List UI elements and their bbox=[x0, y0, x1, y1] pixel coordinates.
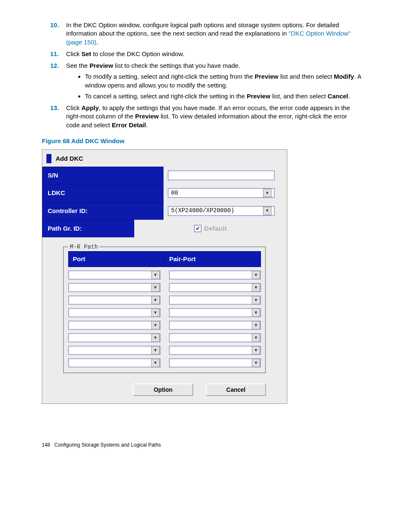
port-select-4[interactable]: ▼ bbox=[68, 308, 161, 317]
chevron-down-icon: ▼ bbox=[263, 189, 271, 197]
option-button[interactable]: Option bbox=[133, 383, 193, 396]
add-dkc-dialog: Add DKC S/N LDKC 00 ▼ Controller ID: 5(X… bbox=[42, 149, 287, 404]
controller-row: Controller ID: 5(XP24000/XP20000) ▼ bbox=[42, 202, 287, 220]
port-select-6[interactable]: ▼ bbox=[68, 333, 161, 342]
chevron-down-icon: ▼ bbox=[252, 334, 260, 342]
pair-port-header: Pair-Port bbox=[165, 251, 261, 267]
sn-row: S/N bbox=[42, 167, 287, 184]
chevron-down-icon: ▼ bbox=[151, 271, 160, 279]
port-select-3[interactable]: ▼ bbox=[68, 296, 161, 305]
step-number: 12. bbox=[50, 62, 59, 70]
pair-port-select-2[interactable]: ▼ bbox=[169, 283, 261, 292]
port-select-2[interactable]: ▼ bbox=[68, 283, 161, 292]
port-row: ▼▼ bbox=[68, 321, 261, 330]
pair-port-select-4[interactable]: ▼ bbox=[169, 308, 261, 317]
sn-input[interactable] bbox=[168, 170, 275, 180]
mr-path-legend: M-R Path bbox=[68, 243, 100, 251]
step-10: 10. In the DKC Option window, configure … bbox=[42, 21, 361, 46]
step-number: 13. bbox=[50, 104, 59, 112]
chevron-down-icon: ▼ bbox=[151, 321, 160, 329]
ldkc-select[interactable]: 00 ▼ bbox=[168, 188, 275, 198]
dialog-title: Add DKC bbox=[56, 154, 83, 163]
cancel-button[interactable]: Cancel bbox=[206, 383, 266, 396]
chevron-down-icon: ▼ bbox=[252, 321, 260, 329]
sn-label: S/N bbox=[42, 167, 164, 184]
step-number: 11. bbox=[50, 50, 59, 58]
port-row: ▼▼ bbox=[68, 296, 261, 305]
chevron-down-icon: ▼ bbox=[252, 271, 260, 279]
pair-port-select-5[interactable]: ▼ bbox=[169, 321, 261, 330]
figure-caption: Figure 68 Add DKC Window bbox=[42, 137, 361, 145]
step-13: 13. Click Apply, to apply the settings t… bbox=[42, 104, 361, 129]
controller-value: 5(XP24000/XP20000) bbox=[171, 207, 234, 215]
step-list: 10. In the DKC Option window, configure … bbox=[42, 21, 361, 129]
port-row: ▼▼ bbox=[68, 283, 261, 292]
chevron-down-icon: ▼ bbox=[151, 296, 160, 304]
port-header: Port bbox=[68, 251, 165, 267]
controller-select[interactable]: 5(XP24000/XP20000) ▼ bbox=[168, 206, 275, 216]
mr-header: Port Pair-Port bbox=[68, 251, 261, 267]
page-footer: 148 Configuring Storage Systems and Logi… bbox=[42, 442, 361, 448]
port-row: ▼▼ bbox=[68, 308, 261, 317]
port-select-7[interactable]: ▼ bbox=[68, 346, 161, 355]
port-row: ▼▼ bbox=[68, 333, 261, 342]
chevron-down-icon: ▼ bbox=[252, 283, 260, 292]
mr-path-fieldset: M-R Path Port Pair-Port ▼▼ ▼▼ ▼▼ ▼▼ ▼▼ ▼… bbox=[63, 243, 266, 373]
chevron-down-icon: ▼ bbox=[252, 359, 260, 367]
chevron-down-icon: ▼ bbox=[151, 346, 160, 355]
bullet-modify: To modify a setting, select and right-cl… bbox=[85, 72, 361, 90]
ldkc-row: LDKC 00 ▼ bbox=[42, 184, 287, 202]
port-select-1[interactable]: ▼ bbox=[68, 270, 161, 280]
pathgr-row: Path Gr. ID: ✔ Default bbox=[42, 220, 287, 237]
step-11: 11. Click Set to close the DKC Option wi… bbox=[42, 50, 361, 58]
default-checkbox[interactable]: ✔ bbox=[194, 225, 202, 232]
chevron-down-icon: ▼ bbox=[151, 334, 160, 342]
pair-port-select-7[interactable]: ▼ bbox=[169, 346, 261, 355]
pair-port-select-1[interactable]: ▼ bbox=[169, 270, 261, 280]
ldkc-label: LDKC bbox=[42, 184, 164, 202]
chevron-down-icon: ▼ bbox=[151, 283, 160, 292]
port-select-5[interactable]: ▼ bbox=[68, 321, 161, 330]
chevron-down-icon: ▼ bbox=[263, 207, 271, 215]
bullet-cancel: To cancel a setting, select and right-cl… bbox=[85, 92, 361, 100]
pathgr-label: Path Gr. ID: bbox=[42, 220, 134, 237]
port-row: ▼▼ bbox=[68, 270, 261, 280]
controller-label: Controller ID: bbox=[42, 202, 164, 220]
step-text-b: . bbox=[97, 39, 98, 46]
ldkc-value: 00 bbox=[171, 189, 178, 197]
chevron-down-icon: ▼ bbox=[252, 296, 260, 304]
step-12: 12. See the Preview list to check the se… bbox=[42, 62, 361, 100]
default-label: Default bbox=[204, 224, 227, 233]
port-row: ▼▼ bbox=[68, 346, 261, 355]
pair-port-select-6[interactable]: ▼ bbox=[169, 333, 261, 342]
pair-port-select-3[interactable]: ▼ bbox=[169, 296, 261, 305]
chevron-down-icon: ▼ bbox=[151, 359, 160, 367]
pair-port-select-8[interactable]: ▼ bbox=[169, 358, 261, 368]
dialog-buttons: Option Cancel bbox=[42, 379, 287, 403]
port-row: ▼▼ bbox=[68, 358, 261, 368]
section-title: Configuring Storage Systems and Logical … bbox=[54, 442, 161, 448]
step-number: 10. bbox=[50, 21, 59, 29]
chevron-down-icon: ▼ bbox=[252, 308, 260, 317]
title-accent-bar bbox=[46, 154, 51, 163]
sub-bullets: To modify a setting, select and right-cl… bbox=[66, 72, 361, 100]
page-number: 148 bbox=[42, 442, 50, 448]
chevron-down-icon: ▼ bbox=[151, 308, 160, 317]
dialog-title-bar: Add DKC bbox=[42, 150, 287, 167]
chevron-down-icon: ▼ bbox=[252, 346, 260, 355]
port-select-8[interactable]: ▼ bbox=[68, 358, 161, 368]
